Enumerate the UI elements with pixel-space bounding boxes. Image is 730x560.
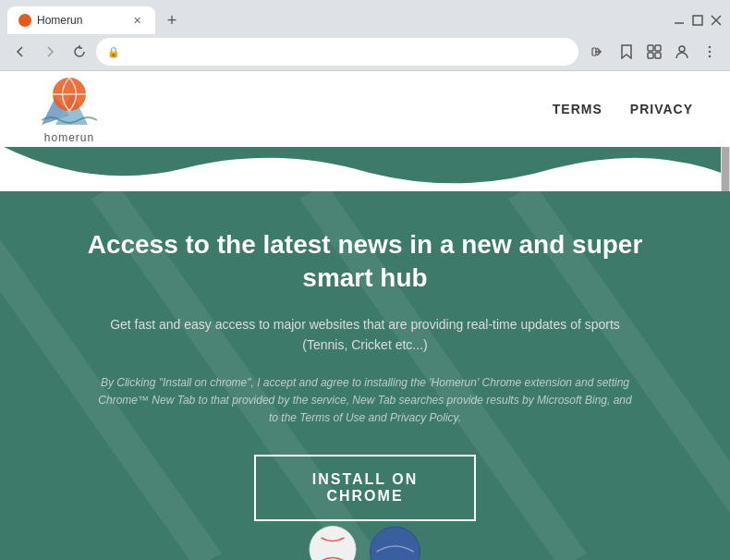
web-content: homerun TERMS PRIVACY [0,70,730,560]
scrollbar-thumb[interactable] [722,143,729,199]
svg-marker-5 [622,45,631,58]
privacy-link[interactable]: PRIVACY [630,102,693,116]
wave-divider [0,145,730,191]
svg-point-13 [709,55,711,57]
page-content: homerun TERMS PRIVACY [0,71,730,560]
menu-icon[interactable] [697,39,723,65]
toolbar-actions [586,39,723,65]
tab-title: Homerun [37,14,126,27]
share-icon[interactable] [586,39,612,65]
extensions-icon[interactable] [641,39,667,65]
svg-rect-4 [592,48,596,55]
address-bar[interactable]: 🔒 [96,38,578,66]
hero-subtitle: Get fast and easy access to major websit… [88,314,642,356]
hero-title: Access to the latest news in a new and s… [65,228,665,296]
browser-toolbar: 🔒 [0,33,730,70]
main-section: Access to the latest news in a new and s… [0,191,730,560]
window-minimize-icon[interactable] [673,14,686,27]
disclaimer-text: By Clicking "Install on chrome", I accep… [97,374,633,428]
svg-rect-1 [693,16,702,25]
svg-point-10 [679,46,685,52]
window-maximize-icon[interactable] [691,14,704,27]
forward-button[interactable] [37,39,63,65]
nav-links: TERMS PRIVACY [553,102,693,116]
svg-rect-7 [655,45,661,51]
profile-icon[interactable] [669,39,695,65]
svg-point-12 [709,51,711,53]
logo-text: homerun [44,131,94,144]
logo-icon [37,74,102,129]
title-bar: Homerun ✕ + [0,0,730,33]
back-button[interactable] [7,39,33,65]
new-tab-button[interactable]: + [159,7,185,33]
cricket-ball-icon [368,524,423,560]
window-close-icon[interactable] [710,14,723,27]
tab-close-button[interactable]: ✕ [129,13,144,28]
lock-icon: 🔒 [107,46,120,58]
svg-point-11 [709,46,711,48]
tab-favicon [18,14,31,27]
tab-bar: Homerun ✕ + [7,6,185,34]
baseball-icon [308,524,359,560]
active-tab[interactable]: Homerun ✕ [7,6,155,34]
svg-point-23 [371,527,420,560]
logo-area: homerun [37,74,102,144]
window-controls [673,14,723,27]
refresh-button[interactable] [67,39,92,65]
sports-decoration [308,505,423,560]
site-header: homerun TERMS PRIVACY [0,71,730,147]
terms-link[interactable]: TERMS [553,102,602,116]
browser-frame: Homerun ✕ + 🔒 [0,0,730,560]
svg-point-22 [310,527,356,561]
wave-svg [0,145,721,191]
svg-rect-6 [648,45,653,51]
svg-rect-9 [655,53,661,58]
bookmark-icon[interactable] [614,39,639,65]
svg-rect-8 [648,53,653,58]
